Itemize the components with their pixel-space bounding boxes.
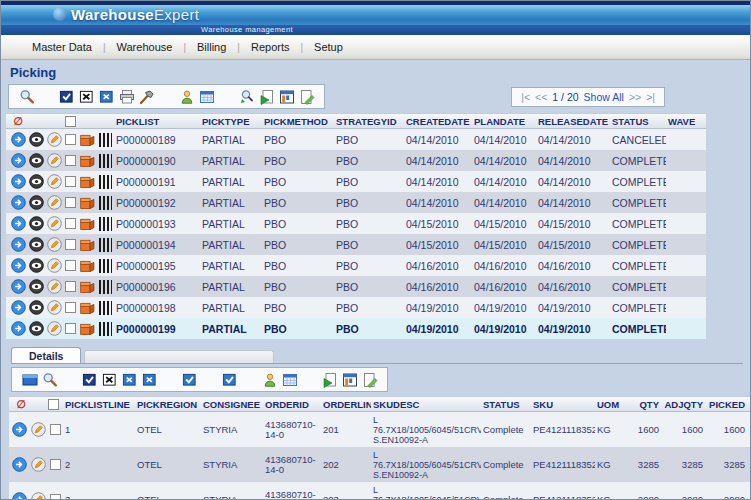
column-header-uom[interactable]: UOM xyxy=(595,399,621,410)
go-icon[interactable] xyxy=(11,152,26,169)
picking-table-row[interactable]: P000000191 PARTIAL PBO PBO 04/14/2010 04… xyxy=(6,171,706,192)
picking-table-row[interactable]: P000000196 PARTIAL PBO PBO 04/16/2010 04… xyxy=(6,276,706,297)
view-icon[interactable] xyxy=(29,320,44,337)
deselect-icon[interactable] xyxy=(98,88,115,105)
go-icon[interactable] xyxy=(11,278,26,295)
view-icon[interactable] xyxy=(29,236,44,253)
details-table-row[interactable]: 1 OTEL STYRIA 413680710-14-0 201 L 76.7X… xyxy=(9,412,751,447)
edit-page-icon[interactable] xyxy=(298,88,315,105)
picking-table-row[interactable]: P000000195 PARTIAL PBO PBO 04/16/2010 04… xyxy=(6,255,706,276)
column-header-wave[interactable]: WAVE xyxy=(666,116,702,127)
column-header-consignee[interactable]: CONSIGNEE xyxy=(201,399,263,410)
print-icon[interactable] xyxy=(118,88,135,105)
picking-table-row[interactable]: P000000189 PARTIAL PBO PBO 04/14/2010 04… xyxy=(6,129,706,150)
column-header-sku[interactable]: SKU xyxy=(531,399,595,410)
clear-all-icon[interactable] xyxy=(101,371,118,388)
last-page-button[interactable]: >| xyxy=(646,91,655,103)
edit-icon[interactable] xyxy=(47,194,62,211)
edit-icon[interactable] xyxy=(31,491,48,500)
menu-item-reports[interactable]: Reports xyxy=(240,41,301,53)
view-icon[interactable] xyxy=(29,194,44,211)
menu-item-master-data[interactable]: Master Data xyxy=(21,41,103,53)
details-table-row[interactable]: 3 OTEL STYRIA 413680710-14-0 203 L 76.7X… xyxy=(9,482,751,500)
go-icon[interactable] xyxy=(11,257,26,274)
column-header-picklistline[interactable]: PICKLISTLINE xyxy=(63,399,135,410)
deselect-icon[interactable] xyxy=(121,371,138,388)
go-icon[interactable] xyxy=(11,299,26,316)
go-icon[interactable] xyxy=(11,456,28,473)
go-icon[interactable] xyxy=(11,320,26,337)
row-checkbox[interactable] xyxy=(65,176,76,187)
select-all-checkbox[interactable] xyxy=(65,116,76,127)
first-page-button[interactable]: |< xyxy=(521,91,530,103)
edit-icon[interactable] xyxy=(47,173,62,190)
edit-icon[interactable] xyxy=(47,320,62,337)
column-header-status[interactable]: STATUS xyxy=(481,399,531,410)
go-icon[interactable] xyxy=(11,173,26,190)
edit-icon[interactable] xyxy=(47,236,62,253)
column-header-createdate[interactable]: CREATEDATE xyxy=(404,116,472,127)
no-filter-icon[interactable]: ∅ xyxy=(14,398,28,411)
calendar-icon[interactable] xyxy=(198,88,215,105)
view-icon[interactable] xyxy=(29,299,44,316)
go-icon[interactable] xyxy=(11,215,26,232)
go-icon[interactable] xyxy=(11,236,26,253)
column-header-picklist[interactable]: PICKLIST xyxy=(114,116,200,127)
select-all-icon[interactable] xyxy=(58,88,75,105)
row-checkbox[interactable] xyxy=(65,197,76,208)
no-filter-icon[interactable]: ∅ xyxy=(11,115,25,128)
column-header-picktype[interactable]: PICKTYPE xyxy=(200,116,262,127)
edit-icon[interactable] xyxy=(47,299,62,316)
details-table-row[interactable]: 2 OTEL STYRIA 413680710-14-0 202 L 76.7X… xyxy=(9,447,751,482)
menu-item-setup[interactable]: Setup xyxy=(303,41,354,53)
calendar-icon[interactable] xyxy=(281,371,298,388)
table-icon[interactable] xyxy=(341,371,358,388)
row-checkbox[interactable] xyxy=(65,134,76,145)
column-header-plandate[interactable]: PLANDATE xyxy=(472,116,536,127)
row-checkbox[interactable] xyxy=(65,260,76,271)
view-icon[interactable] xyxy=(29,278,44,295)
edit-icon[interactable] xyxy=(47,131,62,148)
search-export-icon[interactable] xyxy=(238,88,255,105)
row-checkbox[interactable] xyxy=(50,459,61,470)
check-icon[interactable] xyxy=(221,371,238,388)
check-icon[interactable] xyxy=(181,371,198,388)
next-page-button[interactable]: >> xyxy=(629,91,641,103)
row-checkbox[interactable] xyxy=(50,494,61,500)
column-header-adjqty[interactable]: ADJQTY xyxy=(661,399,705,410)
column-header-qty[interactable]: QTY xyxy=(621,399,661,410)
edit-icon[interactable] xyxy=(47,278,62,295)
picking-table-row[interactable]: P000000194 PARTIAL PBO PBO 04/15/2010 04… xyxy=(6,234,706,255)
view-icon[interactable] xyxy=(29,173,44,190)
clear-all-icon[interactable] xyxy=(78,88,95,105)
column-header-orderid[interactable]: ORDERID xyxy=(263,399,321,410)
column-header-pickregion[interactable]: PICKREGION xyxy=(135,399,201,410)
picking-table-row[interactable]: P000000192 PARTIAL PBO PBO 04/14/2010 04… xyxy=(6,192,706,213)
edit-icon[interactable] xyxy=(47,152,62,169)
column-header-skudesc[interactable]: SKUDESC xyxy=(371,399,481,410)
picking-table-row[interactable]: P000000190 PARTIAL PBO PBO 04/14/2010 04… xyxy=(6,150,706,171)
view-icon[interactable] xyxy=(29,152,44,169)
edit-icon[interactable] xyxy=(47,215,62,232)
column-header-status[interactable]: STATUS xyxy=(610,116,666,127)
user-icon[interactable] xyxy=(261,371,278,388)
tools-icon[interactable] xyxy=(138,88,155,105)
export-icon[interactable] xyxy=(321,371,338,388)
prev-page-button[interactable]: << xyxy=(535,91,547,103)
picking-table-row[interactable]: P000000199 PARTIAL PBO PBO 04/19/2010 04… xyxy=(6,318,706,339)
go-icon[interactable] xyxy=(11,421,28,438)
edit-icon[interactable] xyxy=(31,456,48,473)
search-icon[interactable] xyxy=(41,371,58,388)
row-checkbox[interactable] xyxy=(65,302,76,313)
export-icon[interactable] xyxy=(258,88,275,105)
column-header-pickmethod[interactable]: PICKMETHOD xyxy=(262,116,334,127)
column-header-strategyid[interactable]: STRATEGYID xyxy=(334,116,404,127)
show-all-link[interactable]: Show All xyxy=(584,91,624,103)
column-header-orderline[interactable]: ORDERLINE xyxy=(321,399,371,410)
row-checkbox[interactable] xyxy=(65,281,76,292)
edit-icon[interactable] xyxy=(31,421,48,438)
go-icon[interactable] xyxy=(11,491,28,500)
window-icon[interactable] xyxy=(21,371,38,388)
row-checkbox[interactable] xyxy=(65,323,76,334)
menu-item-warehouse[interactable]: Warehouse xyxy=(106,41,184,53)
